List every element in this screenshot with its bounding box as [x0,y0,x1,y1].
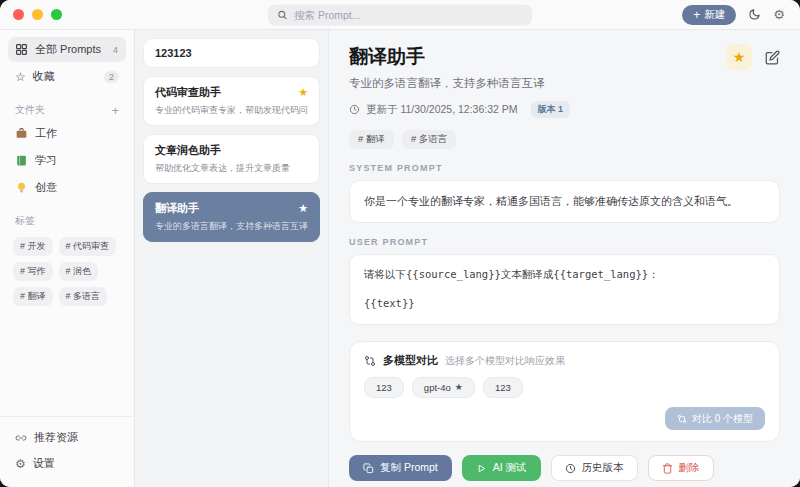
sidebar-folder-creative[interactable]: 创意 [8,175,126,200]
minimize-button[interactable] [32,9,43,20]
prompt-subtitle: 专业的多语言翻译，支持多种语言互译 [349,76,780,91]
ai-test-button[interactable]: AI 测试 [462,455,541,481]
model-chip[interactable]: 123 [364,377,404,398]
settings-button[interactable]: ⚙ [773,8,785,21]
count-badge: 4 [108,44,123,56]
prompt-description: 专业的多语言翻译，支持多种语言互译 [155,220,308,233]
delete-button[interactable]: 删除 [648,455,714,481]
favorite-button[interactable]: ★ [726,44,752,70]
compare-run-button[interactable]: 对比 0 个模型 [665,407,765,430]
list-item[interactable]: 代码审查助手 ★ 专业的代码审查专家，帮助发现代码问题 [143,76,320,126]
search-bar[interactable] [268,4,532,25]
model-compare-card: 多模型对比 选择多个模型对比响应效果 123 gpt-4o ★ 123 对比 0… [349,341,780,442]
star-icon: ★ [298,87,308,98]
user-prompt-line: 请将以下{{source_lang}}文本翻译成{{target_lang}}： [364,267,765,283]
tag-pill-translate[interactable]: # 翻译 [13,287,53,306]
moon-icon [748,8,761,21]
list-item[interactable]: 123123 [143,38,320,68]
sidebar-folder-work[interactable]: 工作 [8,121,126,146]
traffic-lights [0,9,62,20]
app-window: + 新建 ⚙ 全部 Prompts 4 ☆ 收藏 2 [0,0,800,487]
ai-test-label: AI 测试 [493,461,527,475]
theme-toggle-button[interactable] [748,8,761,21]
compare-title: 多模型对比 [383,353,438,368]
add-folder-button[interactable]: + [111,104,119,117]
model-chip-starred[interactable]: gpt-4o ★ [412,377,475,398]
model-chip[interactable]: 123 [483,377,523,398]
tag-pill-writing[interactable]: # 写作 [13,262,53,281]
tags-header: 标签 [15,214,35,228]
action-bar: 复制 Prompt AI 测试 历史版本 删除 [349,442,780,487]
sidebar-folder-study[interactable]: 学习 [8,148,126,173]
new-prompt-label: 新建 [704,8,725,22]
compare-icon [677,414,687,424]
user-prompt-line: {{text}} [364,296,765,312]
copy-label: 复制 Prompt [380,461,438,475]
prompt-list: 123123 代码审查助手 ★ 专业的代码审查专家，帮助发现代码问题 文章润色助… [135,30,329,487]
bulb-icon [15,181,28,194]
user-prompt-label: USER PROMPT [349,237,780,247]
page-title: 翻译助手 [349,44,425,70]
edit-button[interactable] [765,50,780,65]
system-prompt-content: 你是一个专业的翻译专家，精通多国语言，能够准确传达原文的含义和语气。 [349,180,780,223]
folder-label: 学习 [35,153,57,168]
list-item[interactable]: 文章润色助手 帮助优化文章表达，提升文章质量 [143,134,320,184]
trash-icon [662,463,673,474]
folders-header: 文件夹 [15,103,45,117]
sidebar-item-label: 收藏 [33,69,55,84]
footer-item-label: 设置 [33,456,55,471]
copy-icon [363,463,374,474]
plus-icon: + [693,9,700,21]
count-badge: 2 [104,71,119,83]
sidebar-item-all-prompts[interactable]: 全部 Prompts 4 [8,37,126,62]
gear-icon: ⚙ [773,8,785,21]
books-icon [15,154,28,167]
prompt-description: 帮助优化文章表达，提升文章质量 [155,162,308,175]
sidebar-tags: # 开发 # 代码审查 # 写作 # 润色 # 翻译 # 多语言 [13,237,121,306]
compare-icon [364,355,376,367]
detail-tag: # 翻译 [349,130,394,149]
edit-icon [765,50,780,65]
user-prompt-content: 请将以下{{source_lang}}文本翻译成{{target_lang}}：… [349,254,780,326]
zoom-button[interactable] [51,9,62,20]
sidebar: 全部 Prompts 4 ☆ 收藏 2 文件夹 + 工作 学习 [0,30,135,487]
folder-label: 工作 [35,126,57,141]
tag-pill-multilang[interactable]: # 多语言 [59,287,108,306]
sidebar-item-settings[interactable]: ⚙ 设置 [8,451,126,476]
search-icon [277,9,288,20]
link-icon [15,432,27,444]
model-label: gpt-4o [424,382,451,393]
sidebar-item-resources[interactable]: 推荐资源 [8,425,126,450]
sidebar-item-favorites[interactable]: ☆ 收藏 2 [8,64,126,89]
system-prompt-label: SYSTEM PROMPT [349,163,780,173]
titlebar: + 新建 ⚙ [0,0,800,30]
close-button[interactable] [13,9,24,20]
tag-pill-code-review[interactable]: # 代码审查 [59,237,117,256]
prompt-title: 代码审查助手 [155,85,221,100]
search-input[interactable] [294,9,523,21]
history-button[interactable]: 历史版本 [551,455,638,481]
play-icon [476,463,487,474]
history-label: 历史版本 [582,461,624,475]
folder-label: 创意 [35,180,57,195]
compare-run-label: 对比 0 个模型 [692,412,753,426]
prompt-title: 123123 [155,47,192,59]
list-item-selected[interactable]: 翻译助手 ★ 专业的多语言翻译，支持多种语言互译 [143,192,320,242]
star-icon: ★ [455,383,463,392]
star-icon: ★ [298,203,308,214]
prompt-description: 专业的代码审查专家，帮助发现代码问题 [155,104,308,117]
compare-subtitle: 选择多个模型对比响应效果 [445,354,565,368]
clock-icon [349,104,360,115]
grid-icon [15,43,28,56]
detail-tag: # 多语言 [402,130,456,149]
tag-pill-polish[interactable]: # 润色 [59,262,99,281]
detail-panel: 翻译助手 ★ 专业的多语言翻译，支持多种语言互译 更新于 11/30/2025,… [329,30,800,487]
copy-prompt-button[interactable]: 复制 Prompt [349,455,452,481]
version-badge: 版本 1 [531,101,571,118]
tag-pill-dev[interactable]: # 开发 [13,237,53,256]
star-icon: ★ [733,50,746,64]
history-icon [565,463,576,474]
new-prompt-button[interactable]: + 新建 [682,5,736,25]
briefcase-icon [15,127,28,140]
updated-timestamp: 更新于 11/30/2025, 12:36:32 PM [366,103,518,117]
